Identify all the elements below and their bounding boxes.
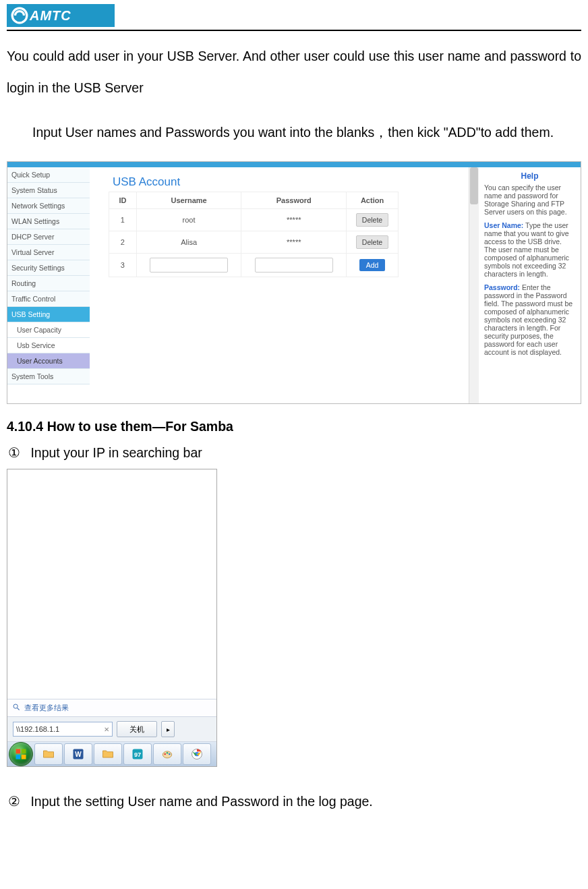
nav-traffic-control[interactable]: Traffic Control	[7, 291, 90, 307]
cell-password: *****	[241, 231, 347, 254]
taskbar-folder-2[interactable]	[94, 743, 122, 765]
nav-security-settings[interactable]: Security Settings	[7, 260, 90, 276]
nav-usb-service[interactable]: Usb Service	[7, 338, 90, 353]
clear-icon[interactable]: ✕	[104, 726, 109, 733]
delete-button[interactable]: Delete	[356, 213, 388, 227]
th-action: Action	[347, 192, 399, 209]
cell-username: root	[136, 209, 241, 231]
step-1: ① Input your IP in searching bar	[7, 445, 581, 461]
cell-password: *****	[241, 209, 347, 231]
nav-dhcp-server[interactable]: DHCP Server	[7, 229, 90, 245]
cell-id: 2	[109, 231, 137, 254]
step-2-text: Input the setting User name and Password…	[30, 794, 372, 809]
cell-id: 1	[109, 209, 137, 231]
table-row: 1 root ***** Delete	[109, 209, 399, 231]
help-username-block: User Name: Type the user name that you w…	[484, 221, 575, 278]
svg-point-13	[167, 752, 169, 754]
taskbar-chrome[interactable]	[183, 743, 211, 765]
taskbar-word[interactable]: W	[64, 743, 92, 765]
windows-screenshot: 查看更多结果 \\192.168.1.1 ✕ 关机 ▸ W 97	[7, 469, 217, 767]
svg-point-1	[13, 704, 18, 708]
svg-text:W: W	[75, 751, 82, 759]
th-password: Password	[241, 192, 347, 209]
folder-icon	[101, 747, 115, 761]
router-header-strip	[7, 162, 581, 167]
nav-routing[interactable]: Routing	[7, 276, 90, 291]
start-search-row: \\192.168.1.1 ✕ 关机 ▸	[7, 717, 216, 742]
nav-system-tools[interactable]: System Tools	[7, 369, 90, 384]
svg-point-12	[164, 753, 166, 755]
panel-title: USB Account	[113, 175, 465, 189]
chevron-right-icon: ▸	[167, 726, 170, 733]
cell-id: 3	[109, 254, 137, 277]
th-username: Username	[136, 192, 241, 209]
help-password-text: Enter the password in the Password field…	[484, 283, 572, 356]
router-sidebar: Quick Setup System Status Network Settin…	[7, 167, 90, 403]
step-1-text: Input your IP in searching bar	[30, 445, 202, 460]
nav-virtual-server[interactable]: Virtual Server	[7, 245, 90, 260]
help-username-label: User Name:	[484, 221, 523, 229]
search-icon	[13, 704, 20, 711]
accounts-table: ID Username Password Action 1 root *****…	[109, 192, 399, 277]
start-results-panel	[7, 469, 216, 699]
windows-logo-icon	[14, 747, 28, 761]
delete-button[interactable]: Delete	[356, 235, 388, 249]
taskbar-app-teal[interactable]: 97	[123, 743, 152, 765]
taskbar: W 97	[7, 742, 216, 766]
nav-usb-setting[interactable]: USB Setting	[7, 307, 90, 322]
help-panel: Help You can specify the user name and p…	[479, 167, 581, 403]
start-search-box[interactable]: \\192.168.1.1 ✕	[13, 722, 113, 737]
help-username-text: Type the user name that you want to give…	[484, 221, 569, 278]
intro-paragraph-1: You could add user in your USB Server. A…	[7, 40, 581, 104]
see-more-results[interactable]: 查看更多结果	[7, 699, 216, 717]
router-screenshot: Quick Setup System Status Network Settin…	[7, 161, 581, 404]
section-heading: 4.10.4 How to use them—For Samba	[7, 419, 581, 434]
table-row: 2 Alisa ***** Delete	[109, 231, 399, 254]
th-id: ID	[109, 192, 137, 209]
nav-user-accounts[interactable]: User Accounts	[7, 353, 90, 369]
scrollbar-thumb[interactable]	[470, 167, 478, 204]
svg-rect-4	[22, 749, 26, 754]
router-main-panel: USB Account ID Username Password Action …	[90, 167, 469, 403]
nav-quick-setup[interactable]: Quick Setup	[7, 167, 90, 183]
taskbar-explorer[interactable]	[34, 743, 63, 765]
word-icon: W	[71, 747, 85, 761]
help-password-block: Password: Enter the password in the Pass…	[484, 283, 575, 356]
nav-user-capacity[interactable]: User Capacity	[7, 322, 90, 338]
help-intro: You can specify the user name and passwo…	[484, 183, 575, 216]
brand-logo: AMTC	[7, 4, 115, 27]
app-icon: 97	[131, 747, 144, 761]
intro-paragraph-2: Input User names and Passwords you want …	[7, 117, 581, 148]
nav-network-settings[interactable]: Network Settings	[7, 198, 90, 214]
start-button[interactable]	[9, 742, 33, 766]
taskbar-paint[interactable]	[153, 743, 181, 765]
svg-rect-5	[16, 755, 21, 759]
step-2-number: ②	[7, 794, 22, 809]
search-value: \\192.168.1.1	[16, 725, 59, 733]
scrollbar[interactable]	[469, 167, 479, 403]
folder-icon	[42, 747, 55, 761]
step-2: ② Input the setting User name and Passwo…	[7, 794, 581, 809]
help-password-label: Password:	[484, 283, 520, 291]
nav-system-status[interactable]: System Status	[7, 183, 90, 198]
chrome-icon	[190, 747, 204, 761]
cell-username: Alisa	[136, 231, 241, 254]
see-more-label: 查看更多结果	[24, 704, 69, 712]
table-row-new: 3 Add	[109, 254, 399, 277]
svg-line-2	[18, 708, 20, 710]
help-title: Help	[484, 171, 575, 181]
nav-wlan-settings[interactable]: WLAN Settings	[7, 214, 90, 229]
shutdown-options-button[interactable]: ▸	[161, 721, 175, 737]
paint-icon	[160, 747, 174, 761]
password-input[interactable]	[255, 258, 333, 273]
svg-text:97: 97	[134, 752, 141, 759]
step-1-number: ①	[7, 445, 22, 461]
logo-swirl-icon	[11, 7, 28, 24]
add-button[interactable]: Add	[359, 259, 386, 271]
logo-bar: AMTC	[7, 0, 581, 31]
shutdown-button[interactable]: 关机	[117, 721, 157, 737]
svg-rect-3	[16, 749, 21, 754]
username-input[interactable]	[150, 258, 228, 273]
svg-point-14	[169, 753, 171, 755]
shutdown-label: 关机	[129, 724, 144, 735]
